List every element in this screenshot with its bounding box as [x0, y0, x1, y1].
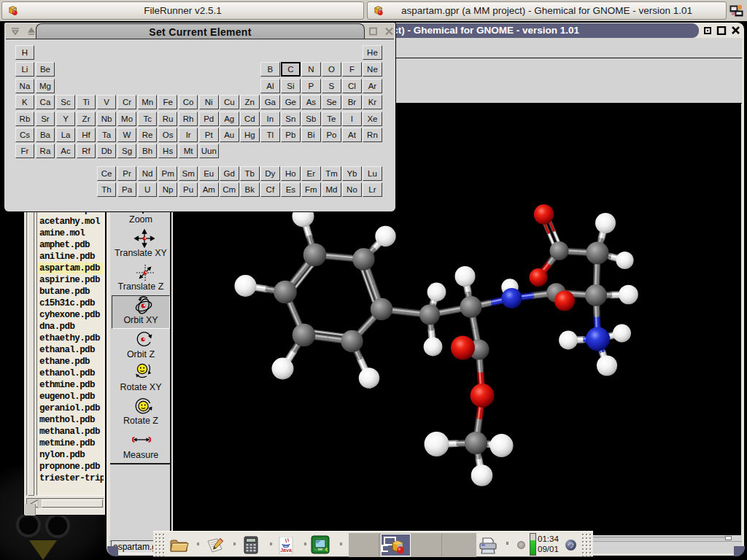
svg-text:Java: Java	[280, 548, 292, 553]
